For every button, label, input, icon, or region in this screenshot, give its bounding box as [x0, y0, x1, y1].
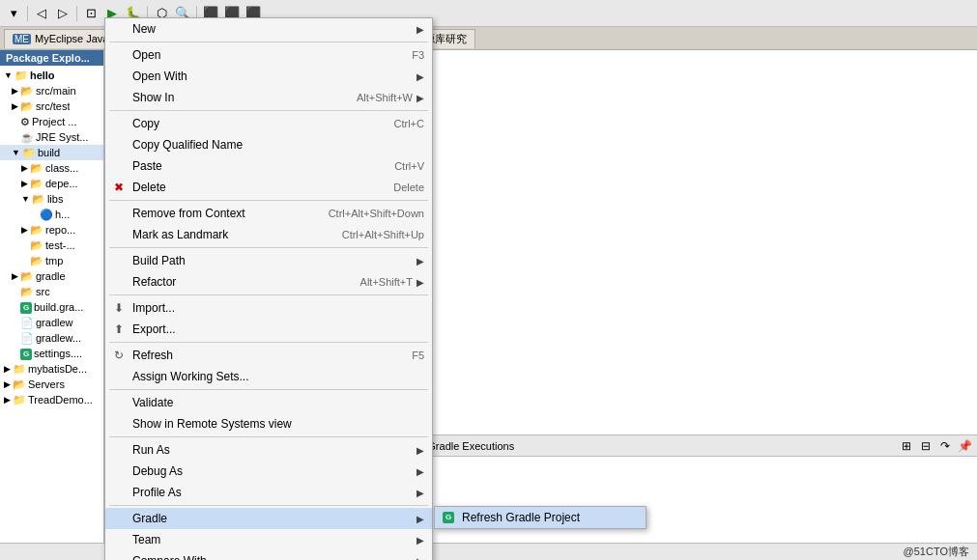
menu-item-open[interactable]: Open F3 — [105, 44, 432, 66]
submenu-arrow: ▶ — [417, 535, 424, 546]
submenu-arrow: ▶ — [417, 514, 424, 524]
separator — [109, 200, 428, 201]
export-icon: ⬆ — [111, 322, 127, 337]
import-icon: ⬇ — [111, 300, 127, 316]
menu-item-show-remote[interactable]: Show in Remote Systems view — [105, 413, 432, 434]
menu-item-refresh[interactable]: ↻ Refresh F5 — [105, 345, 432, 366]
menu-item-show-in[interactable]: Show In Alt+Shift+W ▶ — [105, 87, 432, 108]
separator — [109, 110, 428, 111]
refresh-icon: ↻ — [111, 348, 127, 363]
submenu-arrow: ▶ — [417, 277, 424, 288]
context-menu: New ▶ Open F3 Open With ▶ Show In Alt+Sh… — [104, 17, 433, 560]
menu-item-team[interactable]: Team ▶ — [105, 529, 432, 550]
menu-item-assign-working[interactable]: Assign Working Sets... — [105, 366, 432, 387]
menu-item-validate[interactable]: Validate — [105, 392, 432, 413]
submenu-item-refresh-gradle[interactable]: G Refresh Gradle Project — [435, 507, 646, 528]
menu-item-export[interactable]: ⬆ Export... — [105, 319, 432, 340]
submenu-arrow: ▶ — [417, 556, 424, 561]
menu-item-run-as[interactable]: Run As ▶ — [105, 439, 432, 461]
submenu-arrow: ▶ — [417, 445, 424, 456]
menu-item-refactor[interactable]: Refactor Alt+Shift+T ▶ — [105, 271, 432, 293]
separator — [109, 505, 428, 506]
gradle-submenu: G Refresh Gradle Project — [434, 506, 647, 529]
submenu-arrow: ▶ — [417, 71, 424, 82]
submenu-arrow: ▶ — [417, 24, 424, 35]
submenu-arrow: ▶ — [417, 466, 424, 477]
separator — [109, 42, 428, 42]
menu-item-new[interactable]: New ▶ — [105, 18, 432, 40]
menu-item-copy[interactable]: Copy Ctrl+C — [105, 113, 432, 134]
menu-item-copy-qualified[interactable]: Copy Qualified Name — [105, 134, 432, 155]
submenu-label: Refresh Gradle Project — [462, 511, 580, 524]
separator — [109, 389, 428, 390]
gradle-refresh-icon: G — [441, 510, 456, 525]
submenu-arrow: ▶ — [417, 488, 424, 498]
menu-item-profile-as[interactable]: Profile As ▶ — [105, 482, 432, 503]
separator — [109, 247, 428, 248]
menu-item-mark-landmark[interactable]: Mark as Landmark Ctrl+Alt+Shift+Up — [105, 224, 432, 245]
delete-icon: ✖ — [111, 180, 127, 195]
menu-item-debug-as[interactable]: Debug As ▶ — [105, 461, 432, 482]
menu-item-delete[interactable]: ✖ Delete Delete — [105, 177, 432, 198]
separator — [109, 342, 428, 343]
menu-item-compare-with[interactable]: Compare With ▶ — [105, 550, 432, 560]
menu-item-build-path[interactable]: Build Path ▶ — [105, 250, 432, 271]
menu-item-paste[interactable]: Paste Ctrl+V — [105, 155, 432, 177]
menu-item-import[interactable]: ⬇ Import... — [105, 297, 432, 319]
separator — [109, 436, 428, 437]
context-menu-overlay[interactable]: New ▶ Open F3 Open With ▶ Show In Alt+Sh… — [0, 0, 977, 560]
submenu-arrow: ▶ — [417, 256, 424, 266]
separator — [109, 294, 428, 295]
menu-item-open-with[interactable]: Open With ▶ — [105, 66, 432, 87]
menu-item-remove-context[interactable]: Remove from Context Ctrl+Alt+Shift+Down — [105, 203, 432, 224]
submenu-arrow: ▶ — [417, 93, 424, 103]
menu-item-gradle[interactable]: Gradle ▶ G Refresh Gradle Project — [105, 508, 432, 529]
